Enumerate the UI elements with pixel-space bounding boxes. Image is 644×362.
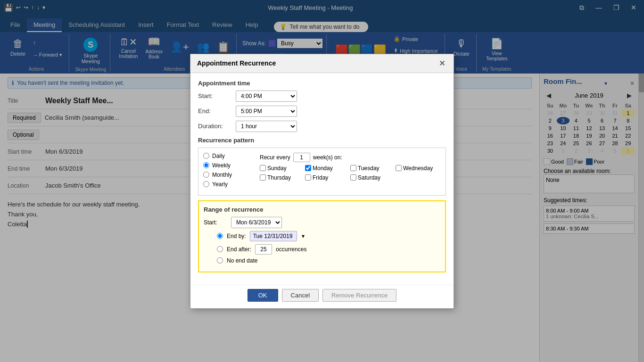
yearly-radio[interactable] [203, 181, 209, 187]
thursday-label: Thursday [267, 174, 291, 181]
friday-checkbox[interactable] [305, 174, 311, 181]
daily-option[interactable]: Daily [203, 153, 260, 159]
end-label: End: [198, 107, 236, 115]
cancel-button[interactable]: Cancel [282, 289, 319, 302]
end-by-row: End by: ▾ [204, 231, 440, 241]
saturday-check: Saturday [350, 174, 393, 181]
yearly-option[interactable]: Yearly [203, 181, 260, 188]
saturday-label: Saturday [358, 174, 380, 181]
range-start-select[interactable]: Mon 6/3/2019 [231, 217, 282, 228]
monday-check: Monday [305, 165, 347, 172]
recur-every-label: Recur every [260, 154, 290, 161]
range-start-row: Start: Mon 6/3/2019 [204, 217, 440, 228]
start-time-form-row: Start: 4:00 PM [198, 90, 446, 102]
tuesday-label: Tuesday [358, 165, 380, 172]
end-time-select[interactable]: 5:00 PM [236, 106, 297, 117]
start-time-picker: 4:00 PM [236, 90, 297, 102]
sunday-checkbox[interactable] [260, 165, 266, 171]
duration-label: Duration: [198, 123, 236, 130]
pattern-section: Daily Weekly Monthly Yearly [198, 148, 446, 196]
friday-label: Friday [313, 174, 328, 181]
monthly-option[interactable]: Monthly [203, 172, 260, 178]
end-by-radio[interactable] [217, 233, 223, 239]
end-by-label: End by: [227, 233, 246, 239]
wednesday-check: Wednesday [396, 165, 438, 172]
pattern-layout: Daily Weekly Monthly Yearly [203, 153, 441, 190]
sunday-label: Sunday [267, 165, 287, 172]
tuesday-check: Tuesday [350, 165, 393, 172]
daily-radio[interactable] [203, 153, 209, 159]
friday-check: Friday [305, 174, 347, 181]
dialog-buttons: OK Cancel Remove Recurrence [190, 285, 454, 308]
appointment-recurrence-dialog: Appointment Recurrence ✕ Appointment tim… [190, 54, 454, 309]
start-time-select[interactable]: 4:00 PM [236, 90, 297, 102]
pattern-weekly-options: Recur every week(s) on: Sunday Mon [260, 153, 441, 190]
range-section: Range of recurrence Start: Mon 6/3/2019 … [198, 200, 446, 272]
recurrence-pattern-title: Recurrence pattern [198, 137, 446, 144]
monthly-radio[interactable] [203, 172, 209, 178]
monthly-label: Monthly [212, 172, 232, 178]
no-end-row: No end date [204, 257, 440, 264]
thursday-check: Thursday [260, 174, 302, 181]
weekly-label: Weekly [212, 162, 231, 169]
sunday-check: Sunday [260, 165, 302, 172]
duration-picker: 1 hour [236, 121, 297, 132]
dialog-body: Appointment time Start: 4:00 PM End: 5:0… [190, 73, 454, 285]
monday-label: Monday [313, 165, 333, 172]
range-section-title: Range of recurrence [204, 206, 440, 213]
dialog-title-bar: Appointment Recurrence ✕ [190, 54, 454, 73]
duration-select[interactable]: 1 hour [236, 121, 297, 132]
recur-every-row: Recur every week(s) on: [260, 153, 441, 162]
yearly-label: Yearly [212, 181, 228, 188]
tuesday-checkbox[interactable] [350, 165, 356, 171]
dialog-overlay: Appointment Recurrence ✕ Appointment tim… [0, 0, 644, 362]
range-start-label: Start: [204, 219, 227, 226]
thursday-checkbox[interactable] [260, 174, 266, 181]
end-after-radio[interactable] [217, 246, 223, 252]
end-time-picker: 5:00 PM [236, 106, 297, 117]
ok-button[interactable]: OK [248, 289, 278, 302]
appointment-time-section-title: Appointment time [198, 80, 446, 87]
daily-label: Daily [212, 153, 225, 159]
weekly-option[interactable]: Weekly [203, 162, 260, 169]
end-after-label: End after: [227, 246, 251, 253]
monday-checkbox[interactable] [305, 165, 311, 171]
wednesday-checkbox[interactable] [396, 165, 402, 171]
end-by-dropdown-icon[interactable]: ▾ [302, 233, 305, 239]
end-after-row: End after: occurrences [204, 244, 440, 255]
no-end-radio[interactable] [217, 257, 223, 263]
end-by-input[interactable] [250, 231, 297, 241]
end-time-form-row: End: 5:00 PM [198, 106, 446, 117]
start-label: Start: [198, 92, 236, 99]
wednesday-label: Wednesday [403, 165, 433, 172]
day-checkboxes: Sunday Monday Tuesday [260, 165, 441, 181]
weekly-radio[interactable] [203, 162, 209, 168]
remove-recurrence-button[interactable]: Remove Recurrence [322, 289, 396, 302]
no-end-label: No end date [227, 257, 257, 264]
dialog-title: Appointment Recurrence [197, 59, 276, 67]
occurrences-label: occurrences [276, 246, 306, 253]
saturday-checkbox[interactable] [350, 174, 356, 181]
duration-form-row: Duration: 1 hour [198, 121, 446, 132]
recur-every-input[interactable] [293, 153, 310, 162]
end-after-input[interactable] [255, 244, 272, 255]
dialog-close-button[interactable]: ✕ [437, 59, 447, 68]
pattern-radios: Daily Weekly Monthly Yearly [203, 153, 260, 190]
week-on-label: week(s) on: [313, 154, 342, 161]
